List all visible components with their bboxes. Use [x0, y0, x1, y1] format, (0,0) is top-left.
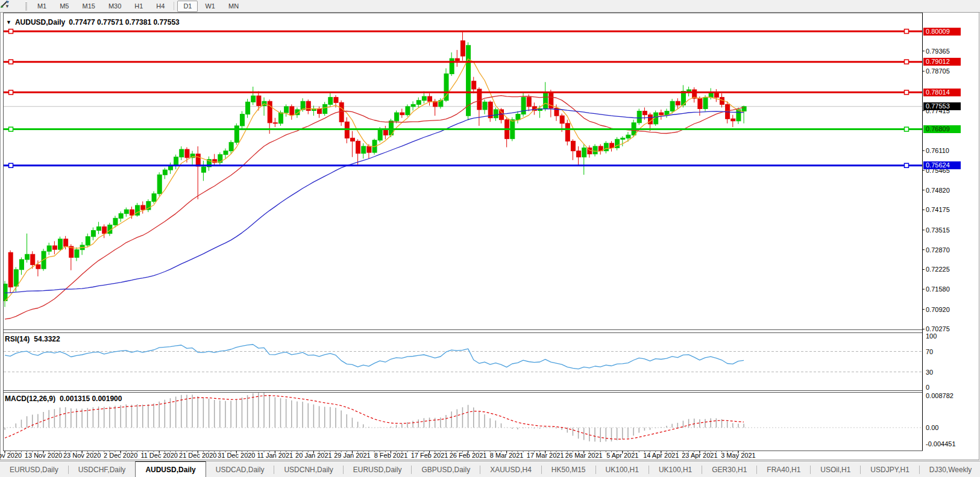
candle — [75, 250, 79, 258]
candle — [339, 102, 344, 122]
candle — [163, 170, 167, 175]
date-axis-label: 8 Mar 2021 — [490, 452, 524, 459]
date-axis-label: 29 Jan 2021 — [334, 452, 371, 459]
candle — [500, 110, 504, 120]
candle — [124, 210, 128, 214]
candle — [279, 113, 283, 123]
candle — [604, 143, 608, 151]
symbol-tab-audusd-daily[interactable]: AUDUSD,Daily — [135, 461, 206, 477]
price-tick-label: 0.76110 — [926, 147, 949, 154]
candle — [229, 142, 233, 151]
date-axis-label: 3 May 2021 — [721, 452, 755, 459]
candle — [395, 113, 399, 121]
symbol-tab-fra40-h1[interactable]: FRA40,H1 — [757, 461, 810, 477]
date-axis-label: 5 Apr 2021 — [606, 452, 638, 459]
candle — [224, 151, 228, 155]
date-axis-label: 17 Mar 2021 — [527, 452, 564, 459]
date-axis-label: 11 Dec 2020 — [140, 452, 178, 459]
hline-handle[interactable] — [905, 163, 909, 167]
price-tick-label: 0.74175 — [926, 206, 950, 213]
hline-handle[interactable] — [9, 90, 13, 95]
candle — [698, 98, 702, 108]
macd-name: MACD(12,26,9) — [5, 394, 55, 403]
candle — [516, 114, 520, 120]
rsi-tick-label: 0 — [926, 384, 929, 391]
symbol-tab-eurusd-daily[interactable]: EURUSD,Daily — [0, 461, 68, 477]
symbol-tab-uk100-h1[interactable]: UK100,H1 — [649, 461, 702, 477]
candle — [582, 148, 586, 157]
candle — [19, 260, 24, 270]
candle — [174, 157, 178, 166]
price-tick-label: 0.70920 — [926, 306, 950, 313]
date-axis-label: 23 Apr 2021 — [682, 452, 717, 459]
symbol-tab-ger30-h1[interactable]: GER30,H1 — [702, 461, 756, 477]
candle — [450, 58, 454, 73]
candle — [246, 102, 250, 114]
candle — [383, 129, 388, 135]
candle — [621, 138, 625, 139]
candle — [141, 205, 145, 210]
candle — [64, 239, 68, 246]
symbol-tab-gbpusd-daily[interactable]: GBPUSD,Daily — [412, 461, 480, 477]
candle — [152, 194, 156, 202]
candle — [58, 239, 63, 249]
candle — [130, 210, 134, 215]
symbol-tab-usdcad-daily[interactable]: USDCAD,Daily — [206, 461, 274, 477]
rsi-pane[interactable] — [4, 344, 922, 372]
candle — [240, 114, 244, 126]
chart-symbol-label: AUDUSD,Daily — [15, 18, 65, 26]
price-pane[interactable] — [3, 30, 922, 319]
symbol-tab-uk100-h1[interactable]: UK100,H1 — [596, 461, 649, 477]
hline-handle[interactable] — [9, 60, 13, 64]
candle — [494, 110, 498, 118]
chart-canvas[interactable] — [0, 0, 980, 477]
candle — [544, 93, 548, 108]
candle — [703, 98, 708, 109]
hline-handle[interactable] — [905, 90, 909, 95]
date-axis-label: 31 Dec 2020 — [218, 452, 255, 459]
candle — [637, 111, 641, 123]
symbol-tab-xauusd-h4[interactable]: XAUUSD,H4 — [480, 461, 541, 477]
candle — [323, 104, 327, 113]
level-price-tag: 0.75624 — [923, 161, 961, 169]
price-tick-label: 0.79365 — [926, 48, 950, 55]
price-tick-label: 0.71580 — [926, 285, 950, 293]
hline-handle[interactable] — [9, 163, 13, 167]
date-axis-label: 14 Apr 2021 — [643, 452, 679, 459]
candle — [367, 146, 371, 152]
candle — [180, 149, 184, 157]
symbol-tab-usdcnh-daily[interactable]: USDCNH,Daily — [274, 461, 342, 477]
candle — [113, 218, 118, 225]
candle — [411, 104, 415, 107]
symbol-tab-bar: EURUSD,DailyUSDCHF,DailyAUDUSD,DailyUSDC… — [0, 461, 980, 477]
macd-pane[interactable] — [4, 393, 922, 442]
hline-handle[interactable] — [9, 127, 13, 131]
candle — [273, 123, 277, 123]
symbol-tab-usoil-h1[interactable]: USOil,H1 — [811, 461, 860, 477]
symbol-tab-usdchf-daily[interactable]: USDCHF,Daily — [69, 461, 136, 477]
symbol-tab-usdjpy-h1[interactable]: USDJPY,H1 — [861, 461, 919, 477]
collapse-icon[interactable]: ▼ — [6, 19, 11, 25]
date-axis-label: 20 Jan 2021 — [295, 452, 332, 459]
hline-handle[interactable] — [905, 60, 909, 64]
candle — [378, 129, 382, 140]
symbol-tab-eurusd-daily[interactable]: EURUSD,Daily — [344, 461, 412, 477]
candle — [659, 113, 664, 115]
candle — [102, 227, 107, 234]
candle — [284, 107, 289, 113]
macd-tick-label: -0.004451 — [926, 440, 956, 447]
date-axis-label: 23 Nov 2020 — [63, 452, 101, 459]
hline-handle[interactable] — [905, 30, 909, 34]
rsi-tick-label: 70 — [926, 348, 933, 355]
date-axis-label: 21 Dec 2020 — [179, 452, 216, 459]
symbol-tab-hk50-m15[interactable]: HK50,M15 — [542, 461, 595, 477]
candle — [521, 98, 526, 114]
macd-tick-label: 0.00 — [926, 424, 938, 431]
rsi-name: RSI(14) — [5, 335, 30, 343]
candle — [290, 107, 294, 115]
symbol-tab-dj30-weekly[interactable]: DJ30,Weekly — [920, 461, 980, 477]
price-tick-label: 0.70275 — [926, 325, 950, 332]
hline-handle[interactable] — [905, 127, 909, 131]
candle — [571, 141, 575, 151]
hline-handle[interactable] — [9, 30, 13, 34]
